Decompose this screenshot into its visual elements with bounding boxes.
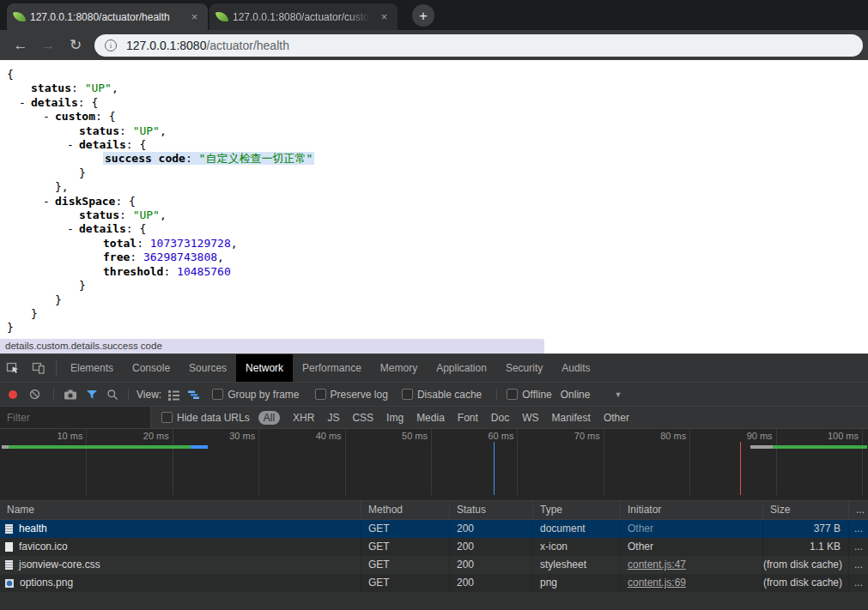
collapse-toggle-icon[interactable]: -: [43, 195, 50, 208]
divider: [56, 360, 57, 376]
offline-checkbox[interactable]: Offline: [507, 389, 551, 401]
json-punctuation: }: [31, 307, 38, 320]
column-header-status[interactable]: Status: [450, 501, 533, 519]
devtools-tab-elements[interactable]: Elements: [61, 354, 123, 382]
column-header-type[interactable]: Type: [533, 501, 621, 519]
devtools-tab-performance[interactable]: Performance: [293, 354, 371, 382]
network-overview-timeline[interactable]: 10 ms20 ms30 ms40 ms50 ms60 ms70 ms80 ms…: [0, 429, 868, 501]
request-type-filters: AllXHRJSCSSImgMediaFontDocWSManifestOthe…: [258, 411, 629, 425]
devtools-tab-network[interactable]: Network: [236, 354, 293, 382]
column-header-name[interactable]: Name: [0, 501, 361, 519]
request-status-cell: 200: [450, 520, 533, 538]
tab-close-icon[interactable]: ×: [188, 10, 201, 23]
column-header-method[interactable]: Method: [361, 501, 450, 519]
timeline-gridline: [604, 429, 604, 495]
view-list-icon[interactable]: [167, 389, 180, 401]
checkbox[interactable]: [161, 412, 173, 423]
reload-icon[interactable]: ↻: [62, 36, 89, 54]
json-line: -details: {: [0, 138, 868, 152]
spring-leaf-favicon: [215, 10, 228, 23]
checkbox[interactable]: [402, 389, 413, 400]
initiator-link[interactable]: content.js:47: [628, 559, 686, 571]
column-header-initiator[interactable]: Initiator: [621, 501, 763, 519]
inspect-element-icon[interactable]: [0, 354, 26, 382]
filter-type-doc[interactable]: Doc: [491, 412, 509, 424]
initiator-link[interactable]: content.js:69: [628, 577, 686, 589]
column-header-size[interactable]: Size: [763, 501, 849, 519]
filter-icon[interactable]: [86, 390, 98, 400]
filter-type-xhr[interactable]: XHR: [293, 412, 314, 424]
back-icon[interactable]: ←: [7, 37, 34, 54]
preserve-log-checkbox[interactable]: Preserve log: [315, 389, 388, 401]
json-entry: }: [55, 293, 62, 306]
network-request-row[interactable]: healthGET200documentOther377 B...: [0, 520, 868, 538]
new-tab-button[interactable]: +: [412, 4, 434, 27]
tab-health[interactable]: 127.0.0.1:8080/actuator/health ×: [7, 3, 208, 30]
device-toolbar-icon[interactable]: [26, 354, 52, 382]
chevron-down-icon[interactable]: ▼: [614, 390, 622, 399]
filter-type-js[interactable]: JS: [327, 412, 339, 424]
capture-screenshots-icon[interactable]: [64, 389, 77, 401]
url-host: 127.0.0.1:8080: [126, 39, 206, 52]
column-header-[interactable]: ...: [849, 501, 868, 519]
request-name: favicon.ico: [19, 538, 68, 556]
group-by-frame-checkbox[interactable]: Group by frame: [212, 389, 299, 401]
filter-type-font[interactable]: Font: [458, 412, 478, 424]
network-request-row[interactable]: jsonview-core.cssGET200stylesheetcontent…: [0, 556, 868, 574]
checkbox[interactable]: [315, 389, 326, 400]
filter-type-css[interactable]: CSS: [352, 412, 373, 424]
collapse-toggle-icon[interactable]: -: [19, 96, 26, 110]
request-type-cell: stylesheet: [533, 556, 621, 574]
timeline-tick-label: 40 ms: [282, 431, 342, 441]
request-name-cell: health: [0, 520, 361, 538]
timeline-tick-label: 60 ms: [453, 431, 513, 441]
devtools-tab-console[interactable]: Console: [123, 354, 179, 382]
filter-input[interactable]: [0, 407, 151, 428]
empty-row-stripe: [0, 592, 868, 610]
json-colon: :: [119, 208, 133, 221]
clear-icon[interactable]: [29, 389, 40, 400]
checkbox[interactable]: [212, 389, 223, 400]
devtools-tab-audits[interactable]: Audits: [552, 354, 599, 382]
info-icon[interactable]: [105, 39, 117, 51]
filter-type-other[interactable]: Other: [604, 412, 629, 424]
network-request-row[interactable]: options.pngGET200pngcontent.js:69(from d…: [0, 574, 868, 592]
json-colon: :: [126, 138, 140, 151]
json-key: details: [79, 222, 126, 235]
browser-toolbar: ← → ↻ 127.0.0.1:8080 /actuator/health: [0, 30, 868, 60]
filter-type-ws[interactable]: WS: [522, 412, 538, 424]
disable-cache-checkbox[interactable]: Disable cache: [402, 389, 482, 401]
checkbox[interactable]: [507, 389, 518, 400]
address-bar[interactable]: 127.0.0.1:8080 /actuator/health: [94, 34, 863, 57]
tab-close-icon[interactable]: ×: [378, 10, 391, 23]
filter-type-media[interactable]: Media: [416, 412, 445, 424]
collapse-toggle-icon[interactable]: -: [67, 138, 74, 152]
view-waterfall-icon[interactable]: [187, 389, 200, 401]
json-line: }: [0, 321, 868, 335]
json-key: success code: [105, 152, 185, 165]
filter-type-all[interactable]: All: [258, 411, 280, 425]
devtools-tab-application[interactable]: Application: [427, 354, 496, 382]
json-key: details: [79, 138, 126, 151]
image-icon: [5, 542, 13, 552]
devtools-tab-sources[interactable]: Sources: [179, 354, 236, 382]
json-colon: :: [95, 110, 109, 123]
filter-type-manifest[interactable]: Manifest: [552, 412, 591, 424]
devtools-tab-security[interactable]: Security: [496, 354, 552, 382]
tab-custom[interactable]: 127.0.0.1:8080/actuator/custo ×: [209, 3, 398, 30]
collapse-toggle-icon[interactable]: -: [43, 110, 50, 124]
collapse-toggle-icon[interactable]: -: [67, 222, 74, 236]
hide-data-urls-checkbox[interactable]: Hide data URLs: [161, 412, 250, 424]
search-icon[interactable]: [106, 389, 118, 401]
json-punctuation: {: [129, 195, 136, 208]
request-name: options.png: [20, 574, 73, 592]
timeline-tick-label: 30 ms: [195, 431, 255, 441]
filter-type-img[interactable]: Img: [386, 412, 404, 424]
throttling-dropdown[interactable]: Online: [561, 389, 591, 401]
network-request-row[interactable]: favicon.icoGET200x-iconOther1.1 KB...: [0, 538, 868, 556]
record-button[interactable]: [9, 390, 17, 399]
request-more-cell: ...: [849, 520, 868, 538]
devtools-tab-memory[interactable]: Memory: [371, 354, 427, 382]
json-punctuation: {: [7, 68, 14, 81]
request-size-cell: 377 B: [763, 520, 849, 538]
